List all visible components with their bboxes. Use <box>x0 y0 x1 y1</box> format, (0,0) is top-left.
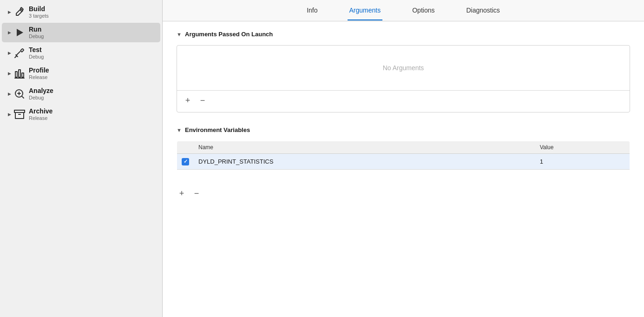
svg-rect-9 <box>14 110 25 112</box>
analyze-text: Analyze Debug <box>29 87 53 101</box>
test-title: Test <box>29 46 44 54</box>
expand-arrow-profile[interactable]: ▶ <box>6 70 13 77</box>
expand-arrow-run[interactable]: ▶ <box>6 29 13 36</box>
svg-line-6 <box>22 96 24 98</box>
sidebar-item-archive[interactable]: ▶ Archive Release <box>2 105 160 124</box>
row-name-cell: DYLD_PRINT_STATISTICS <box>194 154 535 169</box>
sidebar-item-profile[interactable]: ▶ Profile Release <box>2 64 160 83</box>
no-arguments-text: No Arguments <box>177 46 630 90</box>
profile-title: Profile <box>29 66 49 74</box>
archive-text: Archive Release <box>29 107 53 121</box>
add-env-var-button[interactable]: + <box>177 188 187 198</box>
svg-rect-2 <box>19 70 20 77</box>
tab-arguments[interactable]: Arguments <box>348 1 383 20</box>
add-argument-button[interactable]: + <box>183 95 193 106</box>
checkbox-enabled[interactable] <box>182 158 189 165</box>
test-text: Test Debug <box>29 46 44 60</box>
section-environment-variables: ▼ Environment Variables Name Value <box>177 126 630 205</box>
tab-info[interactable]: Info <box>305 1 319 20</box>
row-value-cell: 1 <box>535 154 630 169</box>
triangle-icon-env: ▼ <box>177 127 182 133</box>
remove-argument-button[interactable]: − <box>197 95 208 106</box>
build-subtitle: 3 targets <box>29 13 49 19</box>
col-header-checkbox <box>177 141 194 154</box>
env-variables-table: Name Value DYLD_PRINT_STATISTICS 1 <box>177 141 630 184</box>
expand-arrow-build[interactable]: ▶ <box>6 8 13 16</box>
tab-bar: Info Arguments Options Diagnostics <box>163 0 644 21</box>
sidebar-item-build[interactable]: ▶ Build 3 targets <box>2 2 160 22</box>
section-env-vars-header: ▼ Environment Variables <box>177 126 630 133</box>
tab-options[interactable]: Options <box>410 1 436 20</box>
svg-rect-1 <box>15 72 17 77</box>
run-text: Run Debug <box>29 26 44 40</box>
sidebar-item-run[interactable]: ▶ Run Debug <box>2 23 160 42</box>
archive-icon <box>13 108 26 121</box>
hammer-icon <box>13 6 26 19</box>
archive-title: Archive <box>29 107 53 115</box>
profile-text: Profile Release <box>29 66 49 80</box>
test-subtitle: Debug <box>29 54 44 60</box>
section-arguments-launch-header: ▼ Arguments Passed On Launch <box>177 31 630 38</box>
analyze-icon <box>13 87 26 100</box>
test-icon <box>13 46 26 59</box>
arguments-box: No Arguments + − <box>177 45 630 112</box>
col-header-value: Value <box>535 141 630 154</box>
build-title: Build <box>29 5 49 13</box>
section-arguments-launch-title: Arguments Passed On Launch <box>185 31 273 38</box>
triangle-icon-launch: ▼ <box>177 32 182 37</box>
table-header-row: Name Value <box>177 141 630 154</box>
remove-env-var-button[interactable]: − <box>191 188 202 198</box>
archive-subtitle: Release <box>29 115 53 121</box>
arguments-launch-controls: + − <box>177 91 630 112</box>
content-area: ▼ Arguments Passed On Launch No Argument… <box>163 21 644 317</box>
expand-arrow-analyze[interactable]: ▶ <box>6 90 13 98</box>
sidebar-item-analyze[interactable]: ▶ Analyze Debug <box>2 84 160 104</box>
run-title: Run <box>29 26 44 33</box>
section-env-vars-title: Environment Variables <box>185 126 250 133</box>
col-header-name: Name <box>194 141 535 154</box>
svg-rect-3 <box>22 73 24 77</box>
analyze-subtitle: Debug <box>29 95 53 101</box>
table-row[interactable]: DYLD_PRINT_STATISTICS 1 <box>177 154 630 169</box>
svg-marker-0 <box>17 29 23 36</box>
row-checkbox-cell[interactable] <box>177 154 194 169</box>
expand-arrow-test[interactable]: ▶ <box>6 49 13 57</box>
sidebar: ▶ Build 3 targets ▶ Run Debug ▶ <box>0 0 163 317</box>
build-text: Build 3 targets <box>29 5 49 19</box>
profile-icon <box>13 67 26 80</box>
run-icon <box>13 26 26 39</box>
main-content: Info Arguments Options Diagnostics ▼ Arg… <box>163 0 644 317</box>
run-subtitle: Debug <box>29 33 44 40</box>
env-vars-controls: + − <box>177 184 630 205</box>
table-empty-row <box>177 170 630 184</box>
profile-subtitle: Release <box>29 74 49 80</box>
section-arguments-launch: ▼ Arguments Passed On Launch No Argument… <box>177 31 630 112</box>
sidebar-item-test[interactable]: ▶ Test Debug <box>2 43 160 63</box>
analyze-title: Analyze <box>29 87 53 95</box>
tab-diagnostics[interactable]: Diagnostics <box>464 1 501 20</box>
expand-arrow-archive[interactable]: ▶ <box>6 111 13 118</box>
